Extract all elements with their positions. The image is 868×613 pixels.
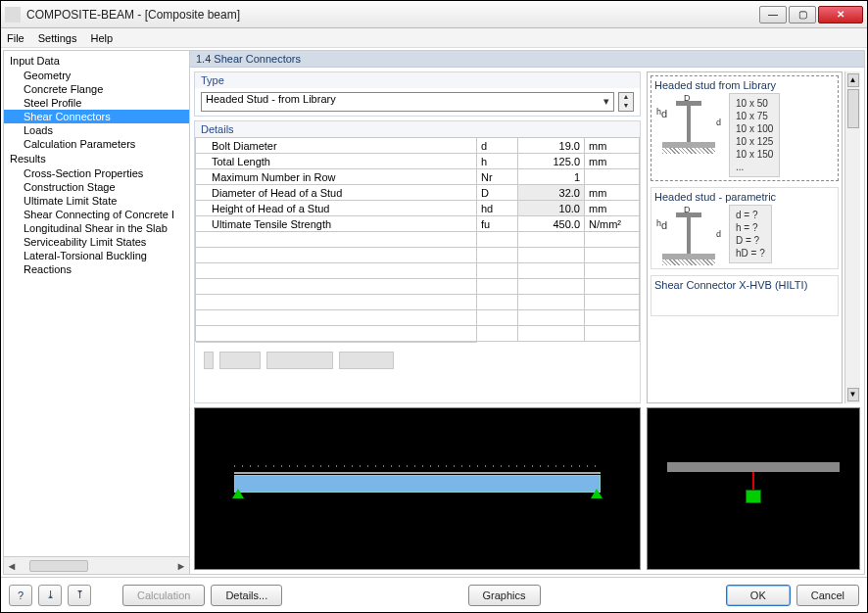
tree-item[interactable]: Shear Connectors — [4, 110, 189, 123]
tree-item[interactable]: Cross-Section Properties — [4, 166, 189, 180]
stud-schematic-icon: D d hd — [654, 93, 723, 154]
table-row[interactable]: Maximum Number in RowNr1 — [196, 169, 640, 185]
scroll-left-icon[interactable]: ◄ — [4, 560, 20, 572]
table-row[interactable]: Height of Head of a Studhd10.0mm — [196, 201, 640, 216]
tree-item[interactable]: Serviceability Limit States — [4, 235, 189, 249]
stud-schematic-icon: D d hd — [654, 205, 723, 265]
table-row[interactable]: Diameter of Head of a StudD32.0mm — [196, 185, 640, 201]
scroll-thumb[interactable] — [847, 89, 859, 128]
left-column: Type Headed Stud - from Library ▲▼ Detai… — [194, 71, 641, 403]
scroll-up-icon[interactable]: ▲ — [847, 73, 859, 87]
details-group: Details Bolt Diameterd19.0mmTotal Length… — [194, 120, 641, 403]
app-icon — [5, 7, 21, 23]
body: Input Data GeometryConcrete FlangeSteel … — [3, 50, 865, 575]
preview-row — [190, 407, 864, 574]
tree-item[interactable]: Calculation Parameters — [4, 137, 189, 151]
scroll-thumb[interactable] — [29, 560, 88, 572]
xhvb-schematic-icon — [654, 293, 723, 312]
minimize-button[interactable]: — — [759, 6, 787, 24]
details-button[interactable]: Details... — [211, 585, 282, 606]
help-button[interactable]: ? — [9, 585, 32, 606]
calculation-button[interactable]: Calculation — [122, 585, 205, 606]
footer: ? ⤓ ⤒ Calculation Details... Graphics OK… — [1, 577, 867, 612]
table-row[interactable]: Total Lengthh125.0mm — [196, 154, 640, 169]
tree-item[interactable]: Concrete Flange — [4, 82, 189, 96]
ok-button[interactable]: OK — [726, 585, 791, 606]
type-spinner[interactable]: ▲▼ — [618, 92, 634, 112]
menubar: File Settings Help — [1, 28, 867, 48]
beam-preview[interactable] — [194, 407, 641, 570]
window-title: COMPOSITE-BEAM - [Composite beam] — [26, 8, 757, 22]
tree-item[interactable]: Construction Stage — [4, 180, 189, 194]
tree-hscroll[interactable]: ◄ ► — [4, 556, 189, 574]
details-table[interactable]: Bolt Diameterd19.0mmTotal Lengthh125.0mm… — [195, 137, 640, 377]
tree-group-results[interactable]: Results — [4, 151, 189, 166]
app-window: COMPOSITE-BEAM - [Composite beam] — ▢ ✕ … — [0, 0, 868, 613]
import-button[interactable]: ⤓ — [38, 585, 62, 606]
tree-item[interactable]: Shear Connecting of Concrete I — [4, 208, 189, 221]
type-value: Headed Stud - from Library — [206, 93, 336, 105]
type-label: Type — [195, 72, 640, 88]
library-item-xhvb[interactable]: Shear Connector X-HVB (HILTI) — [651, 275, 839, 316]
library-list[interactable]: Headed stud from Library D d hd 10 x 501… — [647, 71, 843, 403]
scroll-down-icon[interactable]: ▼ — [847, 388, 859, 401]
graphics-button[interactable]: Graphics — [468, 585, 541, 606]
tree-item[interactable]: Steel Profile — [4, 96, 189, 110]
menu-help[interactable]: Help — [90, 32, 113, 44]
tree-item[interactable]: Ultimate Limit State — [4, 194, 189, 208]
connector-preview[interactable] — [647, 407, 860, 570]
tree-item[interactable]: Lateral-Torsional Buckling — [4, 249, 189, 262]
library-item-headed-stud-library[interactable]: Headed stud from Library D d hd 10 x 501… — [651, 75, 839, 181]
scroll-right-icon[interactable]: ► — [173, 560, 189, 572]
export-button[interactable]: ⤒ — [68, 585, 91, 606]
titlebar: COMPOSITE-BEAM - [Composite beam] — ▢ ✕ — [1, 1, 867, 28]
table-row[interactable]: Bolt Diameterd19.0mm — [196, 138, 640, 154]
section-title: 1.4 Shear Connectors — [190, 51, 864, 68]
upper-area: Type Headed Stud - from Library ▲▼ Detai… — [190, 68, 864, 407]
library-sizes: 10 x 5010 x 7510 x 10010 x 12510 x 150..… — [729, 93, 780, 177]
table-row[interactable]: Ultimate Tensile Strengthfu450.0N/mm² — [196, 216, 640, 232]
library-params: d = ?h = ?D = ?hD = ? — [729, 205, 772, 263]
type-select[interactable]: Headed Stud - from Library — [201, 92, 614, 112]
tree-item[interactable]: Geometry — [4, 69, 189, 82]
tree-pane: Input Data GeometryConcrete FlangeSteel … — [4, 51, 190, 574]
tree-item[interactable]: Loads — [4, 123, 189, 137]
cancel-button[interactable]: Cancel — [796, 585, 859, 606]
details-label: Details — [195, 121, 640, 137]
type-group: Type Headed Stud - from Library ▲▼ — [194, 71, 641, 117]
maximize-button[interactable]: ▢ — [789, 6, 816, 24]
menu-file[interactable]: File — [7, 32, 24, 44]
tree-item[interactable]: Longitudinal Shear in the Slab — [4, 221, 189, 235]
tree-group-input[interactable]: Input Data — [4, 53, 189, 69]
library-item-headed-stud-parametric[interactable]: Headed stud - parametric D d hd d = ?h =… — [651, 187, 839, 269]
library-panel: Headed stud from Library D d hd 10 x 501… — [647, 71, 860, 403]
close-button[interactable]: ✕ — [818, 6, 863, 24]
main-pane: 1.4 Shear Connectors Type Headed Stud - … — [190, 51, 864, 574]
menu-settings[interactable]: Settings — [38, 32, 77, 44]
library-vscroll[interactable]: ▲ ▼ — [844, 71, 860, 403]
nav-tree[interactable]: Input Data GeometryConcrete FlangeSteel … — [4, 51, 189, 556]
tree-item[interactable]: Reactions — [4, 262, 189, 276]
